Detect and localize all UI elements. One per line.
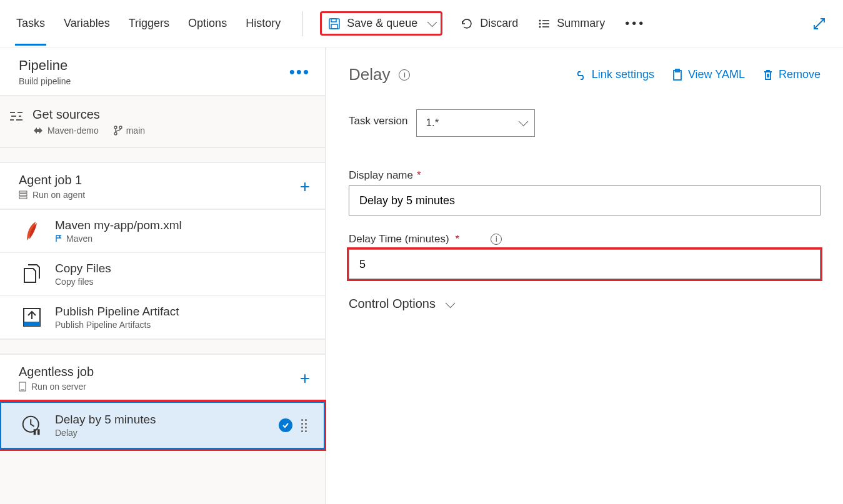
server-icon xyxy=(19,190,27,199)
discard-button[interactable]: Discard xyxy=(457,13,521,34)
required-mark: * xyxy=(417,169,421,182)
display-name-row: Display name * xyxy=(349,169,821,215)
svg-rect-27 xyxy=(37,429,40,435)
pipeline-title: Pipeline xyxy=(19,57,71,74)
add-task-button[interactable]: + xyxy=(300,368,310,388)
task-sub: Publish Pipeline Artifacts xyxy=(55,320,179,330)
delay-icon xyxy=(21,415,42,436)
right-pane: Delay i Link settings View YAML Remove xyxy=(326,47,843,504)
task-title: Publish Pipeline Artifact xyxy=(55,305,179,319)
copy-icon xyxy=(21,264,42,285)
task-publish-artifact[interactable]: Publish Pipeline Artifact Publish Pipeli… xyxy=(0,296,325,340)
agentless-job-title: Agentless job xyxy=(19,365,94,379)
drag-handle-icon[interactable] xyxy=(301,419,310,432)
svg-rect-2 xyxy=(331,24,337,29)
get-sources-title: Get sources xyxy=(32,107,145,122)
svg-point-15 xyxy=(114,126,117,129)
discard-label: Discard xyxy=(480,17,518,30)
publish-icon xyxy=(21,307,42,328)
task-sub: Copy files xyxy=(55,277,111,287)
task-version-value: 1.* xyxy=(426,117,439,129)
tab-tasks[interactable]: Tasks xyxy=(15,2,46,46)
details-title: Delay xyxy=(349,65,390,84)
display-name-label: Display name xyxy=(349,169,413,182)
toolbar: Save & queue Discard Summary ••• xyxy=(320,11,838,36)
svg-rect-20 xyxy=(19,197,27,199)
tab-variables[interactable]: Variables xyxy=(62,2,111,46)
agentless-job-header[interactable]: Agentless job Run on server + xyxy=(0,355,325,402)
view-yaml-label: View YAML xyxy=(688,68,745,81)
task-title: Delay by 5 minutes xyxy=(55,413,156,427)
tabs-divider xyxy=(302,11,302,36)
link-icon xyxy=(574,70,587,80)
svg-point-16 xyxy=(119,126,122,129)
tabs-left: Tasks Variables Triggers Options History xyxy=(15,2,282,46)
undo-icon xyxy=(460,17,474,31)
agentless-job-block: Agentless job Run on server + Delay by 5… xyxy=(0,353,325,449)
save-queue-label: Save & queue xyxy=(347,17,417,30)
get-sources-row[interactable]: Get sources Maven-demo main xyxy=(0,96,325,148)
list-icon xyxy=(538,17,551,30)
task-version-row: Task version 1.* xyxy=(349,109,821,137)
more-icon: ••• xyxy=(625,16,646,31)
chevron-down-icon xyxy=(515,117,526,129)
control-options-toggle[interactable]: Control Options xyxy=(349,297,821,311)
agent-job-sub: Run on agent xyxy=(32,190,85,200)
info-icon[interactable]: i xyxy=(399,69,410,81)
save-icon xyxy=(328,17,341,30)
tab-triggers[interactable]: Triggers xyxy=(127,2,171,46)
delay-time-input[interactable] xyxy=(349,249,821,279)
delay-time-row: Delay Time (minutes) * i xyxy=(349,233,821,279)
pipeline-header[interactable]: Pipeline Build pipeline ••• xyxy=(0,47,325,96)
tab-history[interactable]: History xyxy=(244,2,282,46)
display-name-input[interactable] xyxy=(349,185,821,215)
task-copy-files[interactable]: Copy Files Copy files xyxy=(0,253,325,296)
agent-job-title: Agent job 1 xyxy=(19,173,85,187)
repo-name: Maven-demo xyxy=(47,126,99,136)
link-settings-label: Link settings xyxy=(592,68,654,81)
link-settings-button[interactable]: Link settings xyxy=(574,68,654,81)
task-version-label: Task version xyxy=(349,115,407,127)
task-version-select[interactable]: 1.* xyxy=(416,109,535,137)
svg-rect-26 xyxy=(34,429,36,435)
task-title: Maven my-app/pom.xml xyxy=(55,219,182,232)
check-icon xyxy=(279,418,292,432)
summary-button[interactable]: Summary xyxy=(536,13,607,34)
task-sub: Delay xyxy=(55,428,156,438)
pipeline-sub: Build pipeline xyxy=(19,76,71,86)
agent-job-header[interactable]: Agent job 1 Run on agent + xyxy=(0,163,325,210)
add-task-button[interactable]: + xyxy=(300,177,310,197)
svg-rect-18 xyxy=(19,191,27,193)
clipboard-icon xyxy=(672,69,683,81)
maven-icon xyxy=(21,220,42,242)
details-header: Delay i Link settings View YAML Remove xyxy=(349,65,821,84)
svg-rect-19 xyxy=(19,194,27,196)
branch-name: main xyxy=(126,126,145,136)
chevron-down-icon xyxy=(424,17,434,30)
svg-rect-1 xyxy=(331,19,336,22)
agentless-job-sub: Run on server xyxy=(31,382,86,392)
fullscreen-button[interactable] xyxy=(812,16,827,31)
svg-rect-22 xyxy=(24,322,40,326)
delay-time-label: Delay Time (minutes) xyxy=(349,233,449,245)
remove-button[interactable]: Remove xyxy=(762,68,821,81)
save-queue-button[interactable]: Save & queue xyxy=(320,11,442,36)
pipeline-more-button[interactable]: ••• xyxy=(289,69,310,75)
chevron-down-icon xyxy=(442,297,452,311)
svg-point-17 xyxy=(114,132,117,135)
left-pane: Pipeline Build pipeline ••• Get sources … xyxy=(0,47,326,504)
task-title: Copy Files xyxy=(55,262,111,275)
remove-label: Remove xyxy=(779,68,821,81)
tab-options[interactable]: Options xyxy=(187,2,228,46)
control-options-label: Control Options xyxy=(349,297,436,311)
repo-icon xyxy=(32,126,44,135)
main: Pipeline Build pipeline ••• Get sources … xyxy=(0,47,843,504)
info-icon[interactable]: i xyxy=(491,234,502,245)
task-delay[interactable]: Delay by 5 minutes Delay xyxy=(0,402,325,449)
agent-job-block: Agent job 1 Run on agent + Maven my-app/… xyxy=(0,162,325,340)
task-maven[interactable]: Maven my-app/pom.xml Maven xyxy=(0,210,325,253)
view-yaml-button[interactable]: View YAML xyxy=(672,68,745,81)
flag-icon xyxy=(55,235,62,242)
more-button[interactable]: ••• xyxy=(622,12,648,34)
trash-icon xyxy=(762,69,774,81)
